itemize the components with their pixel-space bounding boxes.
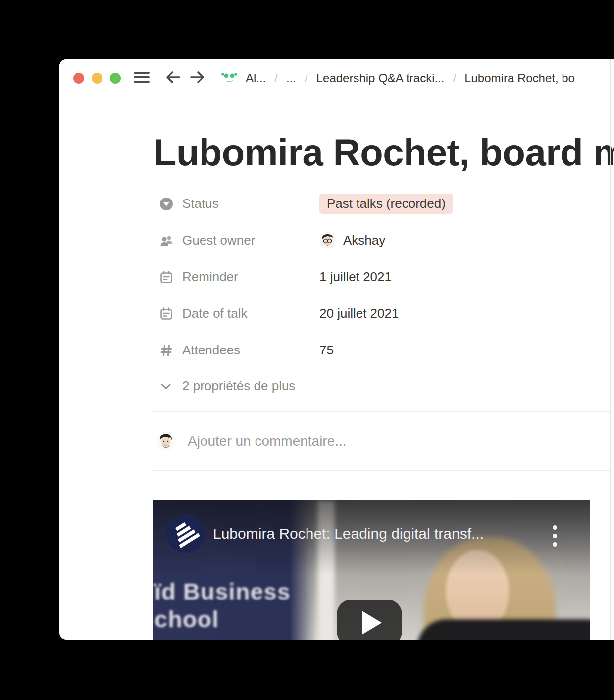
channel-logo-icon[interactable] xyxy=(166,514,205,553)
hash-icon xyxy=(159,344,173,357)
video-more-options-icon[interactable] xyxy=(551,523,559,549)
property-label-text: Date of talk xyxy=(182,306,248,321)
more-properties-label: 2 propriétés de plus xyxy=(182,378,295,394)
scrollbar-track[interactable] xyxy=(610,59,611,640)
property-value-attendees[interactable]: 75 xyxy=(319,343,334,358)
more-properties-toggle[interactable]: 2 propriétés de plus xyxy=(153,369,610,403)
property-label-status[interactable]: Status xyxy=(153,196,319,211)
breadcrumb-separator: / xyxy=(305,71,308,85)
video-speaker-body xyxy=(417,619,590,640)
property-label-text: Guest owner xyxy=(182,233,255,248)
properties-list: Status Past talks (recorded) xyxy=(153,186,610,403)
property-label-guest-owner[interactable]: Guest owner xyxy=(153,233,319,248)
titlebar: Al... / ... / Leadership Q&A tracki... /… xyxy=(59,59,614,97)
close-window-button[interactable] xyxy=(73,73,84,84)
breadcrumb-collapsed[interactable]: ... xyxy=(286,71,296,85)
hamburger-icon xyxy=(133,69,151,87)
property-row-reminder: Reminder 1 juillet 2021 xyxy=(153,259,610,296)
minimize-window-button[interactable] xyxy=(92,73,102,84)
property-row-guest-owner: Guest owner Akshay xyxy=(153,222,610,259)
breadcrumb-workspace[interactable]: Al... xyxy=(246,71,266,85)
select-icon xyxy=(159,197,173,211)
property-value-reminder[interactable]: 1 juillet 2021 xyxy=(319,269,392,285)
person-name: Akshay xyxy=(343,233,385,248)
status-tag[interactable]: Past talks (recorded) xyxy=(319,194,453,214)
property-value-date-of-talk[interactable]: 20 juillet 2021 xyxy=(319,306,399,321)
breadcrumb-separator: / xyxy=(453,71,457,85)
property-label-attendees[interactable]: Attendees xyxy=(153,343,319,358)
forward-button[interactable] xyxy=(189,69,206,88)
property-label-date-of-talk[interactable]: Date of talk xyxy=(153,306,319,321)
date-value: 1 juillet 2021 xyxy=(319,269,392,285)
number-value: 75 xyxy=(319,343,334,358)
section-divider xyxy=(153,470,610,471)
youtube-video-embed[interactable]: ïd Business chool Lubomira Roche xyxy=(153,500,590,640)
breadcrumb: Al... / ... / Leadership Q&A tracki... /… xyxy=(246,71,614,85)
page-title[interactable]: Lubomira Rochet, board m xyxy=(154,133,610,173)
arrow-left-icon xyxy=(164,69,181,88)
workspace-icon[interactable] xyxy=(220,70,239,87)
calendar-icon xyxy=(159,270,173,284)
property-label-text: Reminder xyxy=(182,269,238,285)
property-label-reminder[interactable]: Reminder xyxy=(153,269,319,285)
people-icon xyxy=(159,234,173,248)
property-value-status[interactable]: Past talks (recorded) xyxy=(319,194,453,214)
comment-row: Ajouter un commentaire... xyxy=(153,412,610,470)
property-row-date-of-talk: Date of talk 20 juillet 2021 xyxy=(153,296,610,332)
video-title[interactable]: Lubomira Rochet: Leading digital transf.… xyxy=(213,525,484,542)
property-value-guest-owner[interactable]: Akshay xyxy=(319,232,385,249)
add-comment-input[interactable]: Ajouter un commentaire... xyxy=(188,433,347,449)
property-row-status: Status Past talks (recorded) xyxy=(153,186,610,222)
page-content: Lubomira Rochet, board m Status Past tal… xyxy=(153,133,610,640)
avatar-current-user xyxy=(156,432,175,450)
property-label-text: Attendees xyxy=(182,343,240,358)
play-icon xyxy=(362,611,382,635)
breadcrumb-current-page[interactable]: Lubomira Rochet, bo xyxy=(464,71,575,85)
property-row-attendees: Attendees 75 xyxy=(153,332,610,369)
breadcrumb-database[interactable]: Leadership Q&A tracki... xyxy=(316,71,445,85)
back-button[interactable] xyxy=(164,69,181,88)
chevron-down-icon xyxy=(159,380,172,393)
property-label-text: Status xyxy=(182,196,219,211)
date-value: 20 juillet 2021 xyxy=(319,306,399,321)
play-button[interactable] xyxy=(337,600,402,640)
sidebar-menu-button[interactable] xyxy=(133,69,151,87)
calendar-icon xyxy=(159,307,173,321)
app-window: Al... / ... / Leadership Q&A tracki... /… xyxy=(59,59,614,640)
breadcrumb-separator: / xyxy=(274,71,278,85)
video-banner-text: ïd Business chool xyxy=(154,578,291,634)
arrow-right-icon xyxy=(189,69,206,88)
avatar-akshay xyxy=(319,232,336,249)
zoom-window-button[interactable] xyxy=(110,73,121,84)
traffic-lights xyxy=(73,73,121,84)
